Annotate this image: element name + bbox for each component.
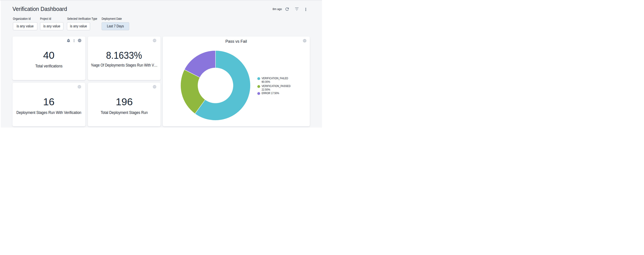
svg-text:VERIFICATION_PASSED: VERIFICATION_PASSED: [262, 85, 290, 88]
svg-text:22.50%: 22.50%: [262, 88, 270, 91]
svg-text:ERROR 17.50%: ERROR 17.50%: [262, 91, 279, 95]
svg-text:60.00%: 60.00%: [262, 80, 270, 83]
svg-text:VERIFICATION_FAILED: VERIFICATION_FAILED: [262, 77, 288, 80]
